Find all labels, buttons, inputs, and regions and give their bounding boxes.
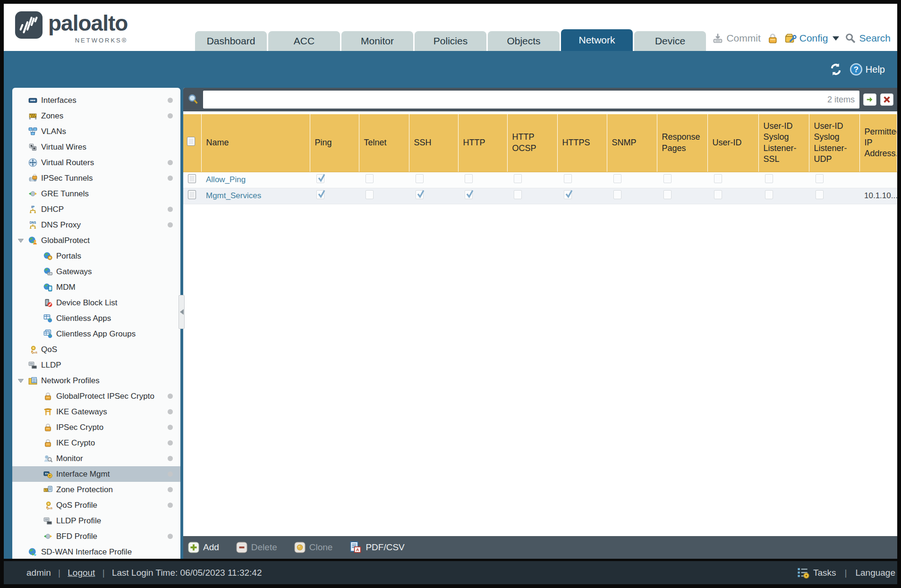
sidebar-item-gateways[interactable]: Gateways <box>12 264 180 279</box>
pdf-csv-button[interactable]: A PDF/CSV <box>349 541 404 554</box>
global-search-button[interactable]: Search <box>845 33 891 44</box>
sidebar-item-mdm[interactable]: MDM <box>12 279 180 295</box>
col-header-name[interactable]: Name <box>201 114 310 172</box>
help-button[interactable]: ? Help <box>850 63 885 76</box>
unchecked-checkbox[interactable] <box>366 174 374 183</box>
col-header-permitted-ip[interactable]: Permitted IP Address... <box>859 114 897 172</box>
sidebar-item-globalprotect[interactable]: GlobalProtect <box>12 233 180 248</box>
unchecked-checkbox[interactable] <box>564 174 572 183</box>
tasks-button[interactable]: Tasks <box>813 568 836 578</box>
sidebar-item-virtual-wires[interactable]: Virtual Wires <box>12 139 180 155</box>
tab-monitor[interactable]: Monitor <box>341 31 413 51</box>
checked-checkbox[interactable] <box>316 190 324 199</box>
logout-link[interactable]: Logout <box>68 568 95 578</box>
sidebar-item-lldp-profile[interactable]: LLDP Profile <box>12 513 180 529</box>
sidebar-item-dhcp[interactable]: IPDHCP <box>12 202 180 217</box>
checked-checkbox[interactable] <box>465 190 473 199</box>
refresh-icon[interactable] <box>829 62 843 76</box>
sidebar-item-gre-tunnels[interactable]: GRE Tunnels <box>12 186 180 202</box>
expander-triangle-icon[interactable] <box>17 237 25 244</box>
unchecked-checkbox[interactable] <box>188 174 196 183</box>
sidebar-item-bfd-profile[interactable]: BFD Profile <box>12 529 180 544</box>
unchecked-checkbox[interactable] <box>514 190 522 199</box>
unchecked-checkbox[interactable] <box>187 137 195 146</box>
clone-button[interactable]: Clone <box>294 542 333 553</box>
unchecked-checkbox[interactable] <box>714 190 722 199</box>
sidebar-item-device-block-list[interactable]: Device Block List <box>12 295 180 311</box>
sidebar-item-qos[interactable]: QoSQoS <box>12 342 180 357</box>
sidebar-item-ike-gateways[interactable]: IKE Gateways <box>12 404 180 420</box>
sidebar-item-sd-wan-interface-profile[interactable]: SD-WAN Interface Profile <box>12 544 180 559</box>
expander-triangle-icon[interactable] <box>17 377 25 385</box>
unchecked-checkbox[interactable] <box>765 190 773 199</box>
unchecked-checkbox[interactable] <box>613 174 621 183</box>
lock-status-icon[interactable] <box>766 32 779 44</box>
unchecked-checkbox[interactable] <box>663 190 672 199</box>
unchecked-checkbox[interactable] <box>816 190 824 199</box>
sidebar-item-vlans[interactable]: VLANs <box>12 124 180 139</box>
footer-separator: | <box>845 568 847 578</box>
sidebar-item-qos-profile[interactable]: QoSQoS Profile <box>12 497 180 513</box>
sidebar-item-virtual-routers[interactable]: Virtual Routers <box>12 155 180 170</box>
sidebar-item-network-profiles[interactable]: Network Profiles <box>12 373 180 388</box>
col-header-https[interactable]: HTTPS <box>557 114 607 172</box>
add-button[interactable]: Add <box>188 542 219 553</box>
col-header-uid-syslog-udp[interactable]: User-ID Syslog Listener-UDP <box>809 114 859 172</box>
sidebar-item-clientless-app-groups[interactable]: Clientless App Groups <box>12 326 180 342</box>
filter-input[interactable] <box>207 92 827 107</box>
sidebar-item-interface-mgmt[interactable]: Interface Mgmt <box>12 466 180 482</box>
tab-dashboard[interactable]: Dashboard <box>195 31 267 51</box>
unchecked-checkbox[interactable] <box>188 190 196 199</box>
profile-name-link[interactable]: Allow_Ping <box>206 175 246 184</box>
delete-button[interactable]: Delete <box>236 542 277 553</box>
profile-name-link[interactable]: Mgmt_Services <box>206 191 261 200</box>
col-header-http-ocsp[interactable]: HTTP OCSP <box>507 114 557 172</box>
unchecked-checkbox[interactable] <box>714 174 722 183</box>
sidebar-item-lldp[interactable]: LLDP <box>12 357 180 373</box>
unchecked-checkbox[interactable] <box>816 174 824 183</box>
sidebar-item-ipsec-crypto[interactable]: IPSec Crypto <box>12 420 180 435</box>
col-header-uid-syslog-ssl[interactable]: User-ID Syslog Listener-SSL <box>758 114 809 172</box>
sidebar-item-ike-crypto[interactable]: IKE Crypto <box>12 435 180 451</box>
col-header-http[interactable]: HTTP <box>458 114 507 172</box>
unchecked-checkbox[interactable] <box>366 190 374 199</box>
language-button[interactable]: Language <box>855 568 895 578</box>
unchecked-checkbox[interactable] <box>416 174 424 183</box>
tab-network[interactable]: Network <box>561 29 633 51</box>
tab-device[interactable]: Device <box>634 31 706 51</box>
unchecked-checkbox[interactable] <box>663 174 672 183</box>
sidebar-item-portals[interactable]: Portals <box>12 248 180 264</box>
col-header-telnet[interactable]: Telnet <box>359 114 409 172</box>
sidebar-item-dns-proxy[interactable]: DNSDNS Proxy <box>12 217 180 233</box>
sidebar-item-monitor[interactable]: Monitor <box>12 451 180 466</box>
table-body: Allow_PingMgmt_Services10.1.10... <box>183 172 897 204</box>
unchecked-checkbox[interactable] <box>514 174 522 183</box>
sidebar-item-label: VLANs <box>41 127 180 136</box>
unchecked-checkbox[interactable] <box>613 190 621 199</box>
col-header-user-id[interactable]: User-ID <box>707 114 758 172</box>
col-header-response-pages[interactable]: Response Pages <box>657 114 707 172</box>
svg-text:IP: IP <box>31 205 34 209</box>
unchecked-checkbox[interactable] <box>765 174 773 183</box>
commit-button[interactable]: Commit <box>712 33 760 44</box>
config-menu-button[interactable]: Config <box>784 32 840 44</box>
checked-checkbox[interactable] <box>316 174 324 183</box>
sidebar-item-ipsec-tunnels[interactable]: IPSec Tunnels <box>12 170 180 186</box>
col-header-ping[interactable]: Ping <box>310 114 359 172</box>
apply-filter-button[interactable] <box>863 93 876 106</box>
col-header-ssh[interactable]: SSH <box>409 114 458 172</box>
checked-checkbox[interactable] <box>416 190 424 199</box>
sidebar-item-clientless-apps[interactable]: Clientless Apps <box>12 311 180 326</box>
clear-filter-button[interactable] <box>880 93 893 106</box>
tab-policies[interactable]: Policies <box>415 31 486 51</box>
col-header-snmp[interactable]: SNMP <box>607 114 657 172</box>
checked-checkbox[interactable] <box>564 190 572 199</box>
sidebar-collapse-handle[interactable] <box>178 295 185 329</box>
tab-objects[interactable]: Objects <box>488 31 560 51</box>
tab-acc[interactable]: ACC <box>268 31 340 51</box>
sidebar-item-zones[interactable]: Zones <box>12 108 180 124</box>
sidebar-item-interfaces[interactable]: Interfaces <box>12 92 180 108</box>
sidebar-item-zone-protection[interactable]: Zone Protection <box>12 482 180 497</box>
sidebar-item-globalprotect-ipsec-crypto[interactable]: GlobalProtect IPSec Crypto <box>12 388 180 404</box>
unchecked-checkbox[interactable] <box>465 174 473 183</box>
